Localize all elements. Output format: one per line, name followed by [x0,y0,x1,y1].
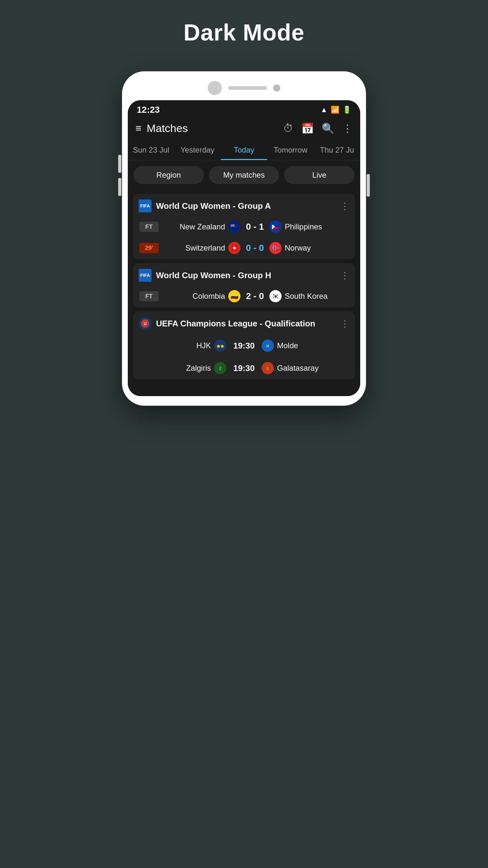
app-bar: ≡ Matches ⏱ 📅 🔍 ⋮ [128,118,360,139]
status-bar: 12:23 ▲ 📶 🔋 [128,100,360,118]
team-name-galatasaray: Galatasaray [277,364,319,373]
league-more-icon-ucl[interactable]: ⋮ [340,318,349,329]
filter-region[interactable]: Region [134,166,204,184]
team-name-molde: Molde [277,341,298,350]
score-nz-ph: 0 - 1 [240,222,269,232]
status-time: 12:23 [137,105,160,115]
history-icon[interactable]: ⏱ [283,122,293,134]
power-button [367,174,370,196]
signal-icon: 📶 [331,106,339,114]
power-button-area [367,174,370,196]
team1-co: Colombia 🇨🇴 [161,290,240,302]
team-name-hjk: HJK [196,341,211,350]
score-ch-no: 0 - 0 [240,243,269,253]
club-icon-galatasaray: G [262,362,274,374]
league-title-group-h: World Cup Women - Group H [156,271,336,280]
tab-yesterday[interactable]: Yesterday [174,139,221,160]
flag-no: 🇳🇴 [269,242,282,254]
match-card-group-a: FIFA World Cup Women - Group A ⋮ FT New … [133,194,355,259]
team-name-co: Colombia [193,292,225,301]
league-more-icon-a[interactable]: ⋮ [340,201,349,211]
match-row-zalgiris-galatasaray[interactable]: Zalgiris Z 19:30 G Galatasaray [133,357,355,379]
svg-text:G: G [266,367,269,370]
match-row-hjk-molde[interactable]: HJK ⭐⭐ 19:30 M Molde [133,334,355,357]
ucl-icon: U [139,317,152,330]
phone-frame: 12:23 ▲ 📶 🔋 ≡ Matches ⏱ 📅 🔍 ⋮ Sun 23 Jul… [122,71,366,406]
team1-nz: New Zealand 🇳🇿 [161,221,240,233]
flag-ph: 🇵🇭 [269,221,282,233]
match-status-ch-no: 29' [139,243,159,253]
team-name-kr: South Korea [285,292,327,301]
filter-live[interactable]: Live [284,166,354,184]
score-co-kr: 2 - 0 [240,291,269,301]
date-tab-bar: Sun 23 Jul Yesterday Today Tomorrow Thu … [128,139,360,160]
league-header-ucl: U UEFA Champions League - Qualification … [133,311,355,334]
svg-text:⭐⭐: ⭐⭐ [217,344,224,348]
wifi-icon: ▲ [320,106,327,114]
team2-no: 🇳🇴 Norway [269,242,349,254]
league-header-group-a: FIFA World Cup Women - Group A ⋮ [133,194,355,217]
team-name-ch: Switzerland [185,244,225,252]
flag-co: 🇨🇴 [228,290,240,302]
tab-tomorrow[interactable]: Tomorrow [267,139,314,160]
matches-content: FIFA World Cup Women - Group A ⋮ FT New … [128,194,360,396]
match-time-zalgiris-galatasaray: 19:30 [226,363,262,373]
club-icon-molde: M [262,340,274,352]
svg-text:M: M [266,344,269,348]
tab-today[interactable]: Today [221,139,267,160]
match-card-group-h: FIFA World Cup Women - Group H ⋮ FT Colo… [133,263,355,307]
match-card-ucl: U UEFA Champions League - Qualification … [133,311,355,379]
team-name-ph: Philippines [285,222,322,231]
team2-molde: M Molde [262,340,349,352]
volume-up-button [118,155,121,173]
league-header-group-h: FIFA World Cup Women - Group H ⋮ [133,263,355,286]
league-title-group-a: World Cup Women - Group A [156,201,336,211]
team2-ph: 🇵🇭 Philippines [269,221,349,233]
match-row-nz-ph[interactable]: FT New Zealand 🇳🇿 0 - 1 🇵🇭 Philippines [133,217,355,238]
search-icon[interactable]: 🔍 [322,122,334,134]
app-title: Matches [147,122,275,134]
volume-button-area [118,155,121,196]
status-icons: ▲ 📶 🔋 [320,106,351,114]
page-title: Dark Mode [183,19,304,45]
fifa-icon-group-h: FIFA [139,269,152,282]
match-row-co-kr[interactable]: FT Colombia 🇨🇴 2 - 0 🇰🇷 South Korea [133,286,355,307]
flag-nz: 🇳🇿 [228,221,240,233]
front-camera [208,81,222,95]
team-name-no: Norway [285,244,311,252]
phone-top-hardware [128,81,360,95]
flag-kr: 🇰🇷 [269,290,282,302]
menu-icon[interactable]: ≡ [135,122,141,134]
team-name-nz: New Zealand [180,222,225,231]
league-title-ucl: UEFA Champions League - Qualification [156,319,336,329]
team1-ch: Switzerland 🇨🇭 [161,242,240,254]
calendar-icon[interactable]: 📅 [301,122,314,134]
team2-galatasaray: G Galatasaray [262,362,349,374]
club-icon-zalgiris: Z [214,362,226,374]
league-more-icon-h[interactable]: ⋮ [340,270,349,281]
volume-down-button [118,178,121,196]
tab-sun-23-jul[interactable]: Sun 23 Jul [128,139,174,160]
team-name-zalgiris: Zalgiris [186,364,211,373]
team2-kr: 🇰🇷 South Korea [269,290,349,302]
match-time-hjk-molde: 19:30 [226,341,262,351]
fifa-icon-group-a: FIFA [139,199,152,212]
svg-text:U: U [144,321,147,326]
match-status-co-kr: FT [139,291,159,301]
team1-hjk: HJK ⭐⭐ [139,340,226,352]
speaker [228,86,267,90]
match-row-ch-no[interactable]: 29' Switzerland 🇨🇭 0 - 0 🇳🇴 Norway [133,238,355,259]
sensor [273,85,280,92]
battery-icon: 🔋 [343,106,351,114]
filter-my-matches[interactable]: My matches [209,166,279,184]
tab-thu-27-jul[interactable]: Thu 27 Ju [314,139,360,160]
flag-ch: 🇨🇭 [228,242,240,254]
club-icon-hjk: ⭐⭐ [214,340,226,352]
team1-zalgiris: Zalgiris Z [139,362,226,374]
svg-text:Z: Z [219,367,221,370]
phone-screen: 12:23 ▲ 📶 🔋 ≡ Matches ⏱ 📅 🔍 ⋮ Sun 23 Jul… [128,100,360,396]
match-status-nz-ph: FT [139,222,159,232]
more-options-icon[interactable]: ⋮ [342,122,353,134]
filter-bar: Region My matches Live [128,160,360,190]
